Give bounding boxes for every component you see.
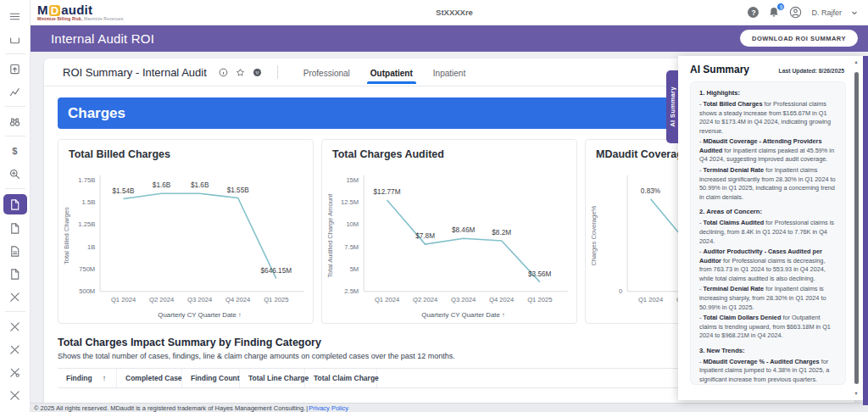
sidebar-divider <box>5 188 25 189</box>
column-header[interactable]: Total Line Charge <box>240 369 305 387</box>
column-header[interactable]: Total Claim Charge <box>305 369 377 387</box>
sidebar-item[interactable]: $ <box>3 142 27 160</box>
svg-text:Q2 2024: Q2 2024 <box>149 296 175 303</box>
sidebar-item[interactable] <box>3 219 27 237</box>
svg-text:Q1 2025: Q1 2025 <box>264 296 288 303</box>
svg-text:$12.77M: $12.77M <box>374 188 401 196</box>
svg-text:500M: 500M <box>79 287 95 295</box>
ai-bullet: - Total Billed Charges for Professional … <box>699 100 837 136</box>
document-text-icon <box>8 245 21 258</box>
sidebar-item[interactable] <box>3 112 27 131</box>
svg-text:Quarterly CY Quarter Date ↑: Quarterly CY Quarter Date ↑ <box>421 311 505 319</box>
tab-outpatient[interactable]: Outpatient <box>360 61 423 84</box>
ai-summary-title: AI Summary <box>690 64 749 75</box>
column-header[interactable]: Completed Case <box>117 369 182 387</box>
svg-text:0: 0 <box>619 287 622 295</box>
svg-text:Q4 2024: Q4 2024 <box>489 296 515 303</box>
search-audit-icon <box>8 168 21 181</box>
user-icon <box>789 6 802 19</box>
svg-text:Quarterly CY Quarter Date ↑: Quarterly CY Quarter Date ↑ <box>158 311 242 319</box>
svg-text:$3.56M: $3.56M <box>528 270 552 278</box>
svg-text:12.5M: 12.5M <box>341 198 359 206</box>
svg-text:Q3 2024: Q3 2024 <box>187 296 213 303</box>
footer: © 2025 All rights reserved. MDaudit is a… <box>31 403 868 412</box>
privacy-policy-link[interactable]: Privacy Policy <box>309 404 348 412</box>
svg-text:2.5M: 2.5M <box>344 287 359 295</box>
sidebar-item[interactable] <box>3 194 27 214</box>
footer-separator: | <box>306 404 308 412</box>
tools-icon <box>8 343 21 356</box>
info-icon[interactable] <box>219 68 228 77</box>
svg-text:1B: 1B <box>87 243 95 251</box>
sidebar-item[interactable] <box>3 409 27 412</box>
sidebar-item[interactable] <box>3 264 27 283</box>
scroll-down-icon[interactable]: ▼ <box>854 392 858 397</box>
svg-text:0.83%: 0.83% <box>641 187 661 195</box>
chevron-down-icon[interactable] <box>851 9 858 16</box>
tab-inpatient[interactable]: Inpatient <box>423 61 476 84</box>
sidebar-item[interactable] <box>3 164 27 183</box>
sidebar-item[interactable] <box>3 59 27 78</box>
sidebar-item[interactable] <box>3 340 27 359</box>
help-icon[interactable]: ? <box>748 7 759 18</box>
document-icon <box>8 222 21 235</box>
report-tabs: ProfessionalOutpatientInpatient <box>293 61 476 84</box>
scroll-up-icon[interactable]: ▲ <box>854 60 858 65</box>
line-chart: 500M750M1B1.25B1.5B1.75BQ1 2024Q2 2024Q3… <box>58 160 313 323</box>
tab-professional[interactable]: Professional <box>293 61 360 84</box>
ai-summary-scrollbar[interactable]: ▲ ▼ <box>852 60 860 396</box>
chart-card: Total Charges Audited 2.5M5M7.5M10M12.5M… <box>321 139 577 324</box>
scrollbar-thumb[interactable] <box>854 72 859 384</box>
svg-text:1.75B: 1.75B <box>78 176 95 184</box>
svg-text:$1.6B: $1.6B <box>153 181 171 189</box>
column-header[interactable]: Finding↑ <box>58 369 117 387</box>
mdaudit-logo[interactable]: MDaudit Minimize Billing Risk, Maximize … <box>37 3 124 22</box>
user-name[interactable]: D. Rajfer <box>811 8 842 17</box>
svg-text:Q4 2024: Q4 2024 <box>225 296 251 303</box>
notifications-button[interactable]: 9 <box>768 6 780 19</box>
topbar: MDaudit Minimize Billing Risk, Maximize … <box>31 0 868 25</box>
logo-d-mark: D <box>49 5 61 16</box>
sidebar-item[interactable] <box>3 386 27 404</box>
chart-title: Total Charges Audited <box>322 140 576 160</box>
ai-bullet: - Total Claim Dollars Denied for Outpati… <box>699 314 837 341</box>
sidebar-item[interactable] <box>3 317 27 336</box>
sidebar-item[interactable] <box>3 7 27 25</box>
ai-bullet: - Auditor Productivity - Cases Audited p… <box>699 248 837 283</box>
tools-icon <box>8 320 21 333</box>
avatar[interactable] <box>789 6 802 19</box>
sidebar-item[interactable] <box>3 242 27 260</box>
svg-text:$1.6B: $1.6B <box>191 181 209 189</box>
svg-text:Total Audited Charge Amount: Total Audited Charge Amount <box>326 193 334 278</box>
sidebar-item[interactable] <box>3 82 27 101</box>
divider <box>277 65 278 79</box>
ai-summary-drawer-tab[interactable]: AI Summary <box>666 70 678 143</box>
report-title: ROI Summary - Internal Audit <box>63 66 207 79</box>
panel-icon <box>8 33 21 46</box>
svg-text:Q3 2024: Q3 2024 <box>451 296 476 303</box>
svg-text:7.5M: 7.5M <box>344 243 359 251</box>
svg-text:Q1 2024: Q1 2024 <box>375 296 400 303</box>
sidebar-divider <box>5 136 25 136</box>
svg-text:10M: 10M <box>346 220 359 228</box>
topbar-actions: ? 9 D. Rajfer <box>748 6 858 19</box>
chart-title: Total Billed Charges <box>58 140 313 160</box>
app-root: $ MDaudit Minimize Billing Risk, Maximiz… <box>0 0 868 412</box>
tools-gear-icon <box>8 366 21 379</box>
ai-bullet: - MDaudit Coverage % - Audited Charges f… <box>699 358 837 385</box>
column-header[interactable]: Finding Count <box>182 369 240 387</box>
svg-text:$1.55B: $1.55B <box>227 187 250 194</box>
ai-summary-header: AI Summary Last Updated: 8/26/2025 <box>678 56 863 80</box>
sort-asc-icon[interactable]: ↑ <box>103 374 107 382</box>
ai-summary-body: 1. Highlights:- Total Billed Charges for… <box>690 81 846 385</box>
download-roi-summary-button[interactable]: DOWNLOAD ROI SUMMARY <box>740 30 858 47</box>
sidebar-item[interactable] <box>3 363 27 381</box>
sidebar-item[interactable] <box>3 30 27 48</box>
chart-card: Total Billed Charges 500M750M1B1.25B1.5B… <box>58 139 314 324</box>
star-icon[interactable] <box>236 68 245 77</box>
sidebar-item[interactable] <box>3 287 27 306</box>
assistant-icon[interactable] <box>253 68 262 77</box>
binoculars-icon <box>8 115 21 128</box>
svg-text:Q2 2024: Q2 2024 <box>413 296 438 303</box>
svg-text:Charges Coverage%: Charges Coverage% <box>590 206 598 266</box>
